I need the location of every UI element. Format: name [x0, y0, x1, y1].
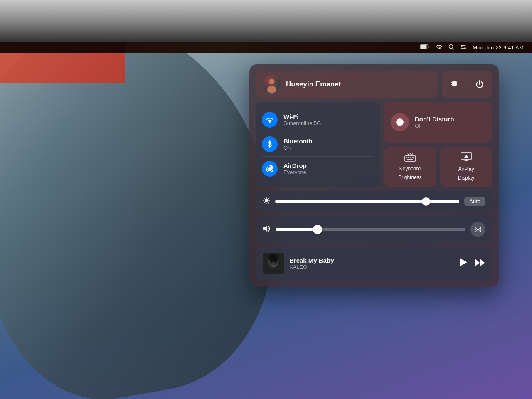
- svg-line-38: [264, 202, 265, 203]
- svg-rect-18: [406, 157, 407, 158]
- user-row: Huseyin Emanet: [256, 71, 492, 98]
- wifi-text: Wi-Fi Superonline 5G: [283, 113, 321, 126]
- volume-slider-icon: [263, 225, 271, 234]
- svg-point-6: [464, 47, 466, 49]
- svg-point-14: [267, 86, 276, 93]
- right-tiles: Don't Disturb Off: [384, 102, 492, 187]
- volume-track[interactable]: [276, 228, 466, 231]
- airdrop-item[interactable]: AirDrop Everyone: [262, 157, 374, 181]
- connectivity-tile: Wi-Fi Superonline 5G Bluetooth On: [256, 102, 380, 187]
- airdrop-title: AirDrop: [283, 162, 307, 169]
- wifi-title: Wi-Fi: [283, 113, 321, 120]
- bluetooth-text: Bluetooth On: [283, 138, 313, 151]
- svg-line-4: [453, 48, 454, 49]
- svg-rect-1: [421, 45, 427, 49]
- airdrop-text: AirDrop Everyone: [283, 162, 307, 175]
- dnd-title: Don't Disturb: [415, 116, 454, 123]
- svg-marker-52: [475, 259, 480, 266]
- wifi-icon-circle: [262, 112, 278, 128]
- svg-rect-7: [463, 45, 466, 46]
- album-art: [263, 253, 284, 274]
- svg-marker-39: [263, 226, 267, 232]
- svg-marker-53: [480, 259, 485, 266]
- dnd-icon-circle: [391, 113, 409, 131]
- svg-rect-17: [405, 156, 416, 161]
- brightness-track[interactable]: [275, 200, 459, 203]
- airplay-display-tile[interactable]: AirPlay Display: [440, 147, 492, 187]
- brightness-auto-button[interactable]: Auto: [464, 197, 485, 206]
- svg-marker-41: [477, 231, 479, 232]
- svg-marker-29: [464, 155, 468, 158]
- power-button[interactable]: [467, 71, 492, 98]
- bottom-icons-row: Keyboard Brightness: [384, 147, 492, 187]
- airplay-display-label2: Display: [458, 175, 474, 182]
- battery-icon: [420, 44, 429, 51]
- bluetooth-title: Bluetooth: [283, 138, 313, 145]
- svg-point-50: [268, 254, 278, 261]
- playback-controls: [459, 257, 485, 270]
- macbook-bezel-top: [0, 0, 532, 42]
- bluetooth-subtitle: On: [283, 145, 313, 151]
- user-name: Huseyin Emanet: [286, 80, 341, 89]
- airdrop-subtitle: Everyone: [283, 169, 307, 175]
- svg-point-16: [268, 167, 271, 170]
- tiles-row: Wi-Fi Superonline 5G Bluetooth On: [256, 102, 492, 187]
- song-info: Break My Baby KALEO: [289, 257, 454, 270]
- keyboard-brightness-icon: [404, 153, 416, 163]
- svg-rect-54: [485, 259, 485, 266]
- svg-rect-21: [412, 157, 414, 158]
- volume-thumb[interactable]: [313, 225, 322, 234]
- bluetooth-icon-circle: [262, 136, 278, 152]
- svg-line-25: [412, 154, 413, 155]
- volume-slider-row: [256, 216, 492, 243]
- wifi-menu-icon: [435, 44, 443, 51]
- brightness-thumb[interactable]: [422, 197, 430, 206]
- bluetooth-item[interactable]: Bluetooth On: [262, 132, 374, 157]
- svg-line-36: [268, 202, 269, 203]
- dnd-subtitle: Off: [415, 123, 454, 129]
- skip-forward-button[interactable]: [475, 258, 485, 269]
- dnd-text: Don't Disturb Off: [415, 116, 454, 129]
- settings-button[interactable]: [442, 71, 467, 98]
- user-avatar: [263, 75, 281, 94]
- wifi-item[interactable]: Wi-Fi Superonline 5G: [262, 108, 374, 132]
- keyboard-brightness-tile[interactable]: Keyboard Brightness: [384, 147, 436, 187]
- svg-rect-2: [429, 46, 429, 48]
- airplay-audio-button[interactable]: [470, 222, 485, 237]
- volume-fill: [276, 228, 318, 231]
- svg-line-37: [268, 198, 269, 199]
- now-playing-row: Break My Baby KALEO: [256, 247, 492, 280]
- svg-point-13: [269, 79, 274, 84]
- svg-rect-20: [410, 157, 411, 158]
- song-title: Break My Baby: [289, 257, 454, 264]
- svg-point-30: [265, 199, 268, 202]
- brightness-slider-row: Auto: [256, 191, 492, 212]
- svg-marker-51: [460, 258, 467, 266]
- control-center-panel: Huseyin Emanet: [249, 64, 499, 287]
- user-info-button[interactable]: Huseyin Emanet: [256, 71, 438, 98]
- svg-point-15: [269, 121, 271, 123]
- svg-point-40: [477, 229, 479, 230]
- svg-line-24: [408, 154, 409, 155]
- menu-bar-right: Mon Jun 22 9:41 AM: [420, 44, 524, 51]
- search-menu-icon[interactable]: [448, 44, 454, 51]
- keyboard-brightness-label1: Keyboard: [399, 166, 421, 172]
- dont-disturb-tile[interactable]: Don't Disturb Off: [384, 102, 492, 143]
- keyboard-brightness-label2: Brightness: [398, 175, 422, 181]
- brightness-slider-icon: [263, 197, 270, 206]
- play-button[interactable]: [459, 257, 468, 270]
- song-artist: KALEO: [289, 264, 454, 270]
- user-actions-panel: [442, 71, 492, 98]
- airplay-display-label1: AirPlay: [458, 166, 474, 173]
- airdrop-icon-circle: [262, 161, 278, 177]
- svg-point-5: [461, 45, 463, 47]
- control-center-menu-icon[interactable]: [460, 44, 467, 51]
- svg-rect-19: [408, 157, 409, 158]
- svg-rect-8: [461, 48, 464, 49]
- menu-bar: Mon Jun 22 9:41 AM: [0, 42, 532, 53]
- wifi-subtitle: Superonline 5G: [283, 120, 321, 126]
- svg-line-35: [264, 198, 265, 199]
- menu-bar-datetime: Mon Jun 22 9:41 AM: [473, 44, 524, 51]
- airplay-display-icon: [461, 152, 472, 164]
- svg-rect-22: [407, 159, 413, 160]
